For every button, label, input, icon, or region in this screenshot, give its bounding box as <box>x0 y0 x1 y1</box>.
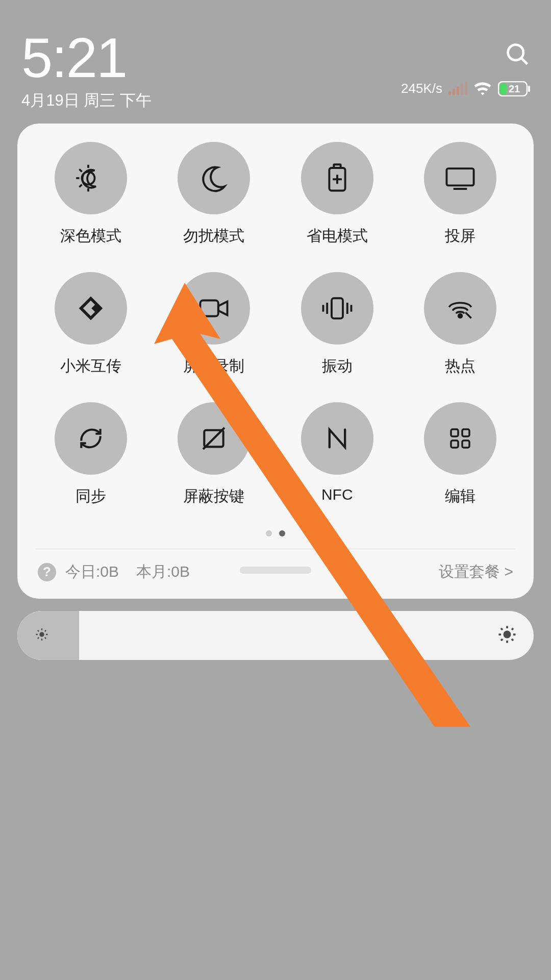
svg-line-47 <box>501 639 503 641</box>
tile-screen-record[interactable]: 屏幕录制 <box>155 272 273 377</box>
vibrate-icon <box>301 272 373 345</box>
svg-rect-17 <box>201 301 218 316</box>
battery-plus-icon <box>301 142 373 214</box>
wifi-icon <box>473 82 492 96</box>
svg-point-0 <box>508 45 523 60</box>
dark-mode-icon <box>55 142 127 214</box>
tile-label: 编辑 <box>445 486 475 507</box>
tile-label: 屏幕录制 <box>183 356 244 377</box>
clock-time: 5:21 <box>21 30 531 86</box>
cellular-signal-icon <box>448 83 467 95</box>
hide-keys-icon <box>178 402 250 475</box>
tile-battery-saver[interactable]: 省电模式 <box>278 142 396 247</box>
tile-mi-share[interactable]: 小米互传 <box>32 272 150 377</box>
tile-label: 屏蔽按键 <box>183 486 244 507</box>
mi-share-icon <box>55 272 127 345</box>
svg-line-45 <box>501 628 503 630</box>
svg-point-40 <box>504 631 511 639</box>
tile-vibrate[interactable]: 振动 <box>278 272 396 377</box>
tile-label: 振动 <box>322 356 353 377</box>
svg-rect-4 <box>500 83 507 94</box>
brightness-slider[interactable] <box>17 611 534 660</box>
tile-edit[interactable]: 编辑 <box>402 402 520 507</box>
tile-label: 深色模式 <box>60 226 121 247</box>
hotspot-icon <box>424 272 496 345</box>
tile-hide-keys[interactable]: 屏蔽按键 <box>155 402 273 507</box>
svg-rect-29 <box>451 440 458 448</box>
tile-label: 投屏 <box>445 226 475 247</box>
svg-line-9 <box>79 169 82 172</box>
set-plan-link[interactable]: 设置套餐 > <box>439 561 513 582</box>
svg-point-24 <box>459 314 462 317</box>
svg-rect-30 <box>462 440 469 448</box>
svg-line-23 <box>465 312 471 318</box>
edit-grid-icon <box>424 402 496 475</box>
page-indicator <box>27 522 524 549</box>
svg-rect-28 <box>462 429 469 436</box>
tile-label: NFC <box>321 486 353 503</box>
svg-rect-3 <box>528 86 530 92</box>
quick-settings-panel: 深色模式 勿扰模式 省电模式 <box>17 124 534 599</box>
svg-line-1 <box>521 58 528 64</box>
tile-nfc[interactable]: NFC <box>278 402 396 507</box>
search-icon[interactable] <box>504 41 531 67</box>
tile-label: 同步 <box>76 486 106 507</box>
svg-line-38 <box>38 638 39 639</box>
tile-sync[interactable]: 同步 <box>32 402 150 507</box>
battery-icon: 21 <box>498 81 531 96</box>
tile-dnd[interactable]: 勿扰模式 <box>155 142 273 247</box>
svg-point-31 <box>39 632 44 636</box>
panel-drag-handle[interactable] <box>240 567 311 574</box>
help-icon: ? <box>38 563 56 581</box>
data-today: 今日:0B <box>65 561 119 582</box>
video-camera-icon <box>178 272 250 345</box>
tile-cast[interactable]: 投屏 <box>402 142 520 247</box>
network-speed: 245K/s <box>401 81 442 96</box>
svg-rect-18 <box>332 298 343 318</box>
tile-label: 小米互传 <box>60 356 121 377</box>
svg-rect-12 <box>334 164 340 168</box>
svg-line-48 <box>512 628 513 630</box>
sync-icon <box>55 402 127 475</box>
brightness-high-icon <box>498 625 516 646</box>
svg-rect-15 <box>447 168 474 185</box>
svg-line-10 <box>79 185 82 187</box>
data-month: 本月:0B <box>136 561 190 582</box>
tile-hotspot[interactable]: 热点 <box>402 272 520 377</box>
tile-dark-mode[interactable]: 深色模式 <box>32 142 150 247</box>
svg-line-39 <box>45 630 46 631</box>
brightness-low-icon <box>35 627 49 644</box>
cast-icon <box>424 142 496 214</box>
svg-line-37 <box>45 638 46 639</box>
tile-label: 省电模式 <box>307 226 368 247</box>
battery-percent: 21 <box>509 83 520 94</box>
tile-label: 热点 <box>445 356 475 377</box>
svg-line-46 <box>512 639 513 641</box>
svg-rect-27 <box>451 429 458 436</box>
tile-label: 勿扰模式 <box>183 226 244 247</box>
moon-icon <box>178 142 250 214</box>
svg-line-36 <box>38 630 39 631</box>
nfc-icon <box>301 402 373 475</box>
